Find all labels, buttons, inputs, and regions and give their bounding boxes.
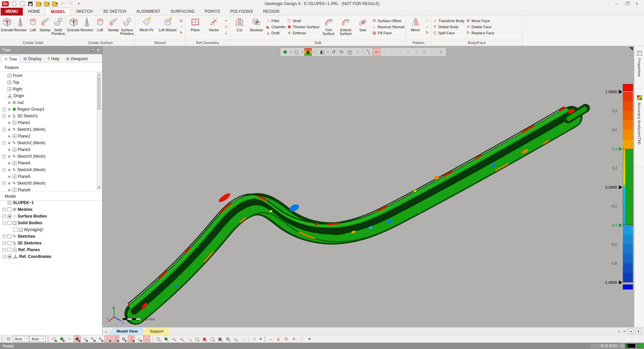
body-display-mode-icon[interactable]: ▢	[293, 48, 300, 56]
mesh-display-mode-icon[interactable]: ⬢	[281, 48, 289, 56]
tab-polygons[interactable]: POLYGONS	[225, 8, 258, 15]
replace-face-button[interactable]: ↻Replace Face	[466, 30, 494, 36]
expand-icon[interactable]: +	[2, 241, 6, 245]
visibility-checkbox[interactable]	[7, 207, 11, 211]
move-face-button[interactable]: ⊞Move Face	[466, 18, 494, 24]
visibility-checkbox[interactable]	[7, 241, 11, 245]
loft-button[interactable]: Loft	[27, 16, 39, 40]
toggle-measure-visibility-icon[interactable]: ↔	[143, 336, 150, 342]
measure-radius-icon[interactable]: ⊙	[283, 336, 290, 342]
sweep-button[interactable]: Sweep	[107, 16, 120, 40]
select-solid-body-icon[interactable]: ▣↖	[201, 336, 208, 342]
expand-icon[interactable]: +	[2, 128, 6, 131]
extrude-button[interactable]: Extrude	[1, 16, 13, 40]
measure-distance-icon[interactable]: ↔	[267, 336, 274, 342]
loft-wizard-button[interactable]: Loft Wizard	[157, 16, 178, 40]
select-mesh-icon[interactable]: ⬡↖	[155, 336, 162, 342]
tab-sketch[interactable]: SKETCH	[71, 8, 98, 15]
scale-marker-green[interactable]	[619, 223, 622, 227]
dropdown-icon[interactable]: ▾	[259, 336, 263, 342]
feature-item-plane5[interactable]: Plane5	[0, 173, 95, 180]
sweep-button[interactable]: Sweep	[39, 16, 51, 40]
shell-button[interactable]: ▢Shell	[287, 18, 319, 24]
feature-item-region-group1[interactable]: +⬢Region Group1	[0, 106, 95, 113]
panel-tab-viewpoint[interactable]: ◨Viewpoint	[63, 55, 91, 63]
minimize-button[interactable]: —	[612, 1, 622, 7]
visibility-checkbox[interactable]	[7, 234, 11, 238]
visibility-checkbox[interactable]	[7, 248, 11, 252]
select-surface-body-icon[interactable]: ▢↖	[209, 336, 216, 342]
cut-button[interactable]: Cut	[231, 16, 248, 40]
viewpoint-cube-icon[interactable]: ◧	[318, 48, 326, 56]
panel-tab-display[interactable]: ▤Display	[20, 55, 44, 63]
measure-section-icon[interactable]: ≡	[290, 336, 297, 342]
sweep-wizard-button[interactable]: ✎	[178, 30, 184, 35]
rotate-view-ccw-icon[interactable]: ↺	[330, 48, 337, 56]
expand-icon[interactable]: −	[2, 221, 6, 225]
toggle-sketch-visibility-icon[interactable]: ✎◉	[89, 336, 96, 342]
expand-icon[interactable]: +	[2, 235, 6, 238]
viewport-3d[interactable]: ⬢▾▢▾▣▾◧▾↺↻◫↑╲▭◌◠≈↖✎◩◯◉ Y X Z 50 mm 1,000…	[103, 46, 634, 327]
emboss-button[interactable]: ◈Emboss	[287, 30, 319, 36]
feature-item-sketch4-mesh[interactable]: +✎Sketch4 (Mesh)	[0, 166, 95, 173]
ref-point-button[interactable]: +	[224, 18, 229, 23]
plane-button[interactable]: Plane	[186, 16, 205, 40]
model-item-meshes[interactable]: +⬢Meshes	[0, 206, 95, 213]
extend-surface-button[interactable]: Extend Surface	[337, 16, 354, 40]
close-view-icon[interactable]: ✕	[623, 329, 626, 333]
split-viewport-icon[interactable]: ◫	[346, 48, 354, 56]
tab-surfacing[interactable]: SURFACING	[165, 8, 200, 15]
view-tab-support[interactable]: Support	[142, 328, 169, 335]
select-face-icon[interactable]: ▱↖	[170, 336, 177, 342]
chamfer-button[interactable]: ◣Chamfer	[266, 24, 286, 30]
expand-icon[interactable]: +	[2, 248, 6, 252]
expand-icon[interactable]: +	[2, 168, 6, 172]
vector-button[interactable]: Vector	[205, 16, 224, 40]
draft-button[interactable]: ◮Draft	[266, 30, 286, 36]
mirror-button[interactable]: Mirror	[407, 16, 424, 40]
select-ref-plane-icon[interactable]: ⊞↖	[224, 336, 231, 342]
new-file-icon[interactable]	[11, 1, 17, 7]
tab-alignment[interactable]: ALIGNMENT	[131, 8, 165, 15]
sew-button[interactable]: Sew	[354, 16, 371, 40]
model-item-3d-sketches[interactable]: +✎3D Sketches	[0, 240, 95, 246]
scroll-tabs-left-icon[interactable]: ◁	[103, 330, 109, 335]
feature-item-plane3[interactable]: Plane3	[0, 146, 95, 153]
toggle-pointcloud-visibility-icon[interactable]: ∷	[66, 336, 73, 342]
visibility-eye-icon[interactable]: ◉	[7, 214, 12, 219]
scroll-tabs-right-icon[interactable]: ▷	[618, 329, 621, 333]
select-body-face-icon[interactable]: ▣↖	[216, 336, 224, 342]
file-options-icon[interactable]: ✱	[52, 1, 57, 7]
revolve-button[interactable]: Revolve	[13, 16, 27, 40]
toggle-plane-visibility-icon[interactable]: ⊞◉	[120, 336, 127, 342]
feature-tree-scrollbar[interactable]: ▲ ▼	[97, 72, 101, 190]
combo-arrow-icon[interactable]: ▾	[24, 338, 29, 340]
view-list-dropdown[interactable]: ▼	[636, 329, 641, 334]
reverse-normal-button[interactable]: ↕Reverse Normal	[372, 24, 404, 30]
expand-icon[interactable]: +	[2, 215, 6, 218]
mesh-fit-button[interactable]: Mesh Fit	[136, 16, 157, 40]
toolbar-grip[interactable]	[2, 336, 3, 342]
deviation-model-canvas[interactable]	[103, 46, 634, 327]
save-file-icon[interactable]	[28, 1, 33, 7]
view-tab-model-view[interactable]: Model View	[109, 328, 144, 335]
panel-tab-accuracy-analyzer-tm[interactable]: Accuracy Analyzer(TM)	[635, 93, 644, 168]
expand-icon[interactable]: +	[2, 141, 6, 145]
display-accuracy-combo[interactable]: Auto▾	[13, 336, 29, 342]
toggle-curve-visibility-icon[interactable]: ╱◉	[112, 336, 119, 342]
timer-dropdown[interactable]: ▼	[620, 343, 625, 348]
revolve-wizard-button[interactable]: ◔	[178, 24, 184, 29]
visibility-eye-icon[interactable]: ◉	[7, 255, 12, 259]
feature-item-na2[interactable]: ⬢na2	[0, 99, 95, 106]
visibility-checkbox[interactable]	[13, 228, 17, 232]
undo-icon[interactable]: ↶	[60, 1, 66, 7]
open-file-icon[interactable]	[19, 1, 25, 7]
close-button[interactable]: ✕	[632, 1, 642, 7]
expand-icon[interactable]: +	[2, 208, 6, 211]
visibility-checkbox[interactable]	[7, 221, 11, 225]
model-item-solid-bodies[interactable]: −Solid Bodies	[0, 220, 95, 226]
loft-button[interactable]: Loft	[93, 16, 107, 40]
scanned-part-model[interactable]	[128, 107, 586, 322]
feature-item-front[interactable]: Front	[0, 72, 95, 79]
split-face-button[interactable]: ◫Split Face	[433, 30, 465, 36]
